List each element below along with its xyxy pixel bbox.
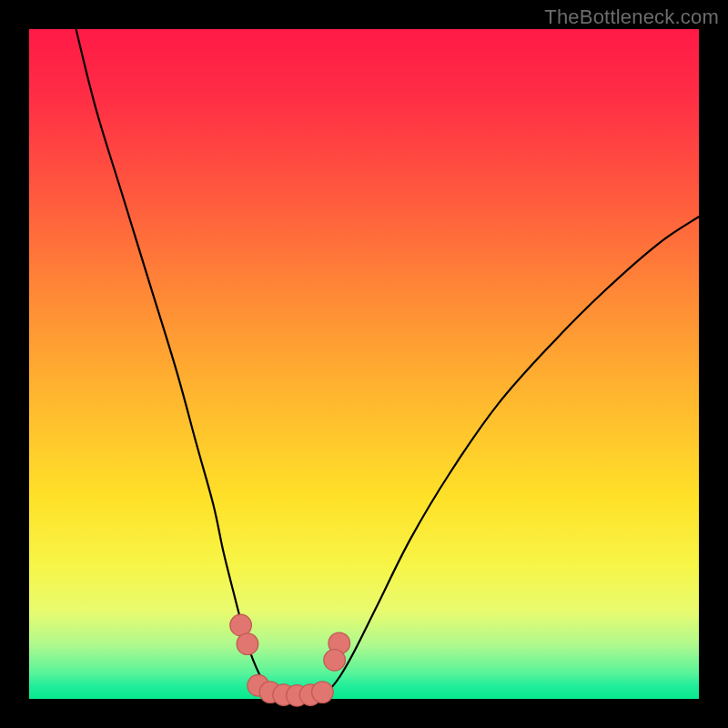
chart-frame: TheBottleneck.com xyxy=(0,0,728,728)
floor-marker-6 xyxy=(312,682,334,703)
plot-area xyxy=(29,29,699,699)
marker-group xyxy=(230,614,350,706)
curve-right-branch xyxy=(324,217,699,695)
curve-overlay xyxy=(29,29,699,699)
left-marker-lower xyxy=(237,633,258,655)
right-marker-lower xyxy=(324,650,346,672)
watermark-label: TheBottleneck.com xyxy=(544,5,719,29)
curve-left-branch xyxy=(76,29,284,695)
